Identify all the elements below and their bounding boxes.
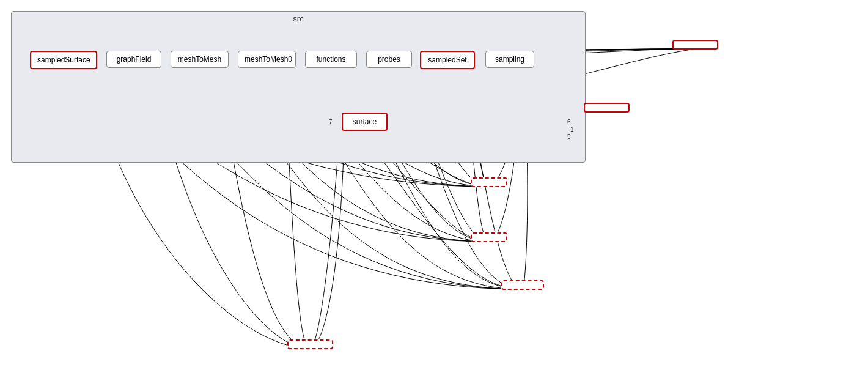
node-meshToMesh[interactable]: meshToMesh (171, 51, 229, 68)
diagram-container: src sampledSurface graphField meshToMesh… (0, 0, 868, 378)
node-ext3[interactable] (471, 177, 507, 187)
node-ext4[interactable] (471, 232, 507, 242)
node-ext2[interactable] (584, 103, 630, 113)
cluster-src: src sampledSurface graphField meshToMesh… (11, 11, 586, 163)
node-ext6[interactable] (287, 339, 333, 349)
node-graphField[interactable]: graphField (106, 51, 161, 68)
node-functions[interactable]: functions (305, 51, 357, 68)
num-label-5: 5 (567, 133, 571, 140)
node-sampledSet[interactable]: sampledSet (420, 51, 475, 69)
node-sampling[interactable]: sampling (485, 51, 534, 68)
cluster-src-label: src (293, 14, 303, 23)
node-ext1[interactable] (672, 40, 718, 50)
node-sampledSurface[interactable]: sampledSurface (30, 51, 97, 69)
node-ext5[interactable] (501, 280, 544, 290)
node-meshToMesh0[interactable]: meshToMesh0 (238, 51, 296, 68)
node-surface[interactable]: surface (342, 113, 388, 131)
node-probes[interactable]: probes (366, 51, 412, 68)
num-label-1: 1 (570, 126, 574, 133)
num-label-6: 6 (567, 119, 571, 125)
num-label-7: 7 (329, 119, 333, 125)
